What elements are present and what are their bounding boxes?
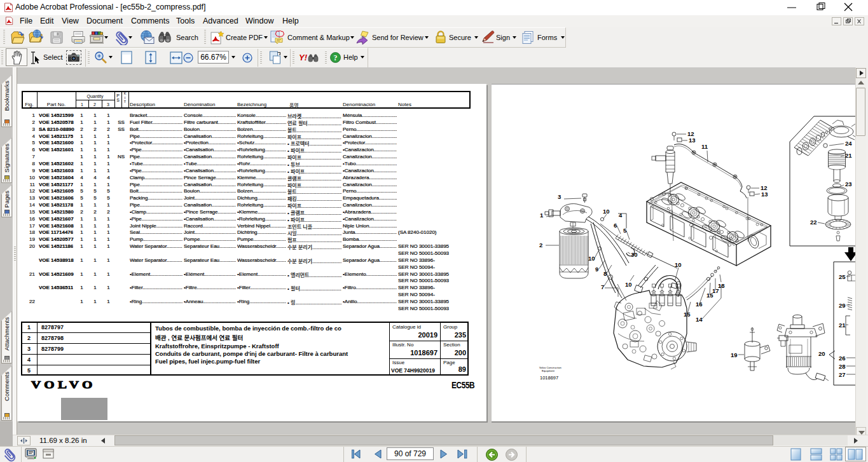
svg-text:19: 19: [731, 351, 738, 358]
svg-text:26: 26: [839, 355, 846, 362]
svg-text:27: 27: [839, 371, 846, 378]
svg-text:14: 14: [696, 316, 703, 323]
svg-text:16: 16: [696, 301, 703, 308]
svg-text:9: 9: [595, 266, 598, 273]
svg-text:10: 10: [675, 261, 682, 268]
svg-text:24: 24: [845, 140, 852, 147]
svg-text:22: 22: [810, 219, 817, 226]
svg-text:30: 30: [631, 251, 638, 258]
svg-text:13: 13: [761, 191, 768, 198]
svg-text:23: 23: [845, 180, 852, 187]
svg-text:21: 21: [845, 152, 852, 159]
svg-text:3: 3: [558, 193, 561, 200]
svg-text:29: 29: [839, 302, 846, 309]
svg-text:25: 25: [839, 273, 846, 280]
svg-text:4: 4: [619, 212, 623, 219]
svg-text:13: 13: [689, 137, 696, 144]
svg-text:28: 28: [839, 363, 846, 370]
svg-text:5: 5: [623, 227, 627, 234]
svg-text:15: 15: [706, 292, 713, 299]
svg-text:?: ?: [334, 53, 338, 62]
svg-text:7: 7: [601, 283, 604, 290]
svg-text:11: 11: [701, 143, 708, 150]
svg-text:1: 1: [540, 212, 544, 219]
svg-text:2: 2: [539, 241, 542, 248]
svg-text:Equipment: Equipment: [542, 369, 555, 372]
svg-text:10: 10: [588, 255, 595, 262]
svg-text:15: 15: [684, 311, 691, 318]
svg-text:6: 6: [614, 222, 617, 229]
svg-text:8: 8: [603, 270, 607, 277]
svg-text:10: 10: [625, 281, 632, 288]
svg-text:21: 21: [839, 322, 846, 329]
svg-text:10: 10: [603, 208, 610, 215]
svg-text:1018697: 1018697: [540, 375, 558, 381]
svg-text:20: 20: [818, 350, 825, 357]
